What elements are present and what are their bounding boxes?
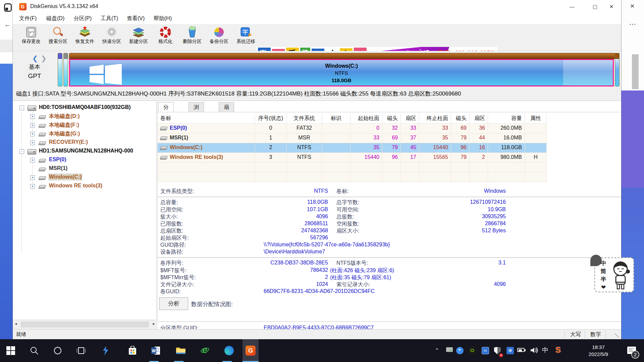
- col-header[interactable]: 扇区: [470, 114, 488, 124]
- ime-mode-chinese[interactable]: 中: [600, 259, 607, 267]
- col-header[interactable]: 起始柱面: [351, 114, 382, 124]
- col-header[interactable]: 文件系统: [287, 114, 322, 124]
- tray-ime-indicator[interactable]: 中: [542, 346, 548, 355]
- system-migrate-button[interactable]: 系统迁移: [231, 25, 260, 50]
- taskbar-app-edge[interactable]: [221, 339, 237, 362]
- background-scrollbar-thumb[interactable]: [632, 54, 639, 89]
- expand-icon[interactable]: +: [30, 132, 35, 136]
- col-header[interactable]: 标识: [322, 114, 351, 124]
- windows-c-partition-bar[interactable]: Windows(C:) NTFS 118.0GB: [69, 59, 614, 86]
- col-header[interactable]: 终止柱面: [419, 114, 451, 124]
- start-button[interactable]: [3, 339, 19, 362]
- tab-partition-params[interactable]: 分区参数: [158, 102, 174, 112]
- search-partition-button[interactable]: 搜索分区: [44, 25, 72, 50]
- tree-hscrollbar[interactable]: ◂ ▸: [13, 320, 157, 328]
- tray-power-icon[interactable]: [517, 348, 525, 352]
- prev-disk-arrow[interactable]: ❮: [32, 54, 38, 62]
- collapse-icon[interactable]: -: [19, 106, 24, 110]
- tray-volume-icon[interactable]: [530, 347, 538, 355]
- hscroll-thumb[interactable]: [21, 321, 149, 327]
- new-partition-button[interactable]: 新建分区: [124, 25, 153, 50]
- tree-item-recovery-e[interactable]: + RECOVERY(E:): [13, 138, 157, 147]
- tree-item-winre[interactable]: + Windows RE tools(3): [13, 182, 157, 191]
- table-row-winre[interactable]: Windows RE tools(3) 3 NTFS 15440 96 17 1…: [158, 153, 547, 163]
- menu-view[interactable]: 查看(V): [127, 15, 145, 22]
- esp-partition-bar[interactable]: [58, 53, 62, 86]
- pinned-app-flash[interactable]: [98, 339, 114, 362]
- taskbar-clock[interactable]: 18:37 2022/5/9: [582, 344, 615, 358]
- tray-chevron-icon[interactable]: ⌃: [435, 347, 439, 354]
- ime-mode-halfwidth[interactable]: 半: [600, 276, 607, 284]
- col-header[interactable]: 磁头: [451, 114, 470, 124]
- tree-item-local-f[interactable]: + 本地磁盘(F:): [13, 121, 157, 130]
- col-header[interactable]: 扇区: [401, 114, 419, 124]
- cell: FAT32: [287, 124, 322, 133]
- format-button[interactable]: 格式化: [151, 25, 180, 50]
- menu-file[interactable]: 文件(F): [19, 15, 37, 22]
- tray-defender-icon[interactable]: ✕: [491, 339, 504, 362]
- col-header[interactable]: 磁头: [382, 114, 401, 124]
- save-changes-button[interactable]: 保存更改: [17, 25, 46, 50]
- tab-sector-edit[interactable]: 扇区编辑: [219, 102, 234, 112]
- table-row-esp[interactable]: ESP(0) 0 FAT32 0 32 33 33 69 36 260.0MB: [158, 124, 547, 133]
- expand-icon[interactable]: +: [30, 140, 35, 145]
- hscroll-right-icon[interactable]: ▸: [153, 321, 155, 326]
- collapse-icon[interactable]: -: [19, 149, 24, 154]
- background-close-icon[interactable]: ✕: [630, 3, 635, 10]
- back-arrow-icon[interactable]: ←: [4, 20, 11, 29]
- col-header[interactable]: 卷标: [158, 114, 255, 124]
- quick-partition-button[interactable]: 快速分区: [97, 25, 126, 50]
- tray-nvidia-icon[interactable]: [466, 339, 479, 362]
- tree-item-local-g[interactable]: + 本地磁盘(G:): [13, 130, 157, 138]
- tree-item-esp[interactable]: + ESP(0): [13, 156, 157, 165]
- expand-icon[interactable]: +: [30, 184, 35, 189]
- background-more-icon[interactable]: ⋯: [629, 20, 636, 28]
- tree-item-hd1[interactable]: - HD1:SAMSUNGMZNLN128HAHQ-000: [13, 147, 157, 156]
- minimize-button[interactable]: —: [562, 0, 582, 13]
- backup-partition-button[interactable]: 备份分区: [205, 25, 233, 50]
- col-header[interactable]: 容量: [488, 114, 525, 124]
- menu-partition[interactable]: 分区(P): [74, 15, 92, 22]
- tray-snowflake-icon[interactable]: ❄: [504, 339, 517, 362]
- tree-item-local-d[interactable]: + 本地磁盘(D:): [13, 112, 157, 121]
- pinned-app-store[interactable]: [124, 339, 141, 362]
- table-row-msr[interactable]: MSR(1) 1 MSR 33 69 37 35 79 44 16.0MB: [158, 133, 547, 143]
- tray-printer-icon[interactable]: ✓: [446, 347, 453, 352]
- tree-item-hd0[interactable]: - HD0:TOSHIBAMQ04ABF100(932GB): [13, 104, 157, 112]
- taskbar-app-explorer[interactable]: [173, 339, 189, 362]
- expand-icon[interactable]: +: [30, 158, 35, 163]
- menu-help[interactable]: 帮助(H): [154, 15, 172, 22]
- task-view-button[interactable]: [73, 339, 89, 362]
- cortana-button[interactable]: [50, 339, 66, 362]
- pinned-app-ie-green[interactable]: e: [197, 339, 213, 362]
- hscroll-left-icon[interactable]: ◂: [15, 321, 17, 326]
- winre-partition-bar[interactable]: [615, 53, 620, 86]
- taskbar-app-diskgenius-active[interactable]: G: [243, 339, 259, 362]
- t​ray-intel-icon[interactable]: in: [479, 339, 492, 362]
- msr-partition-bar[interactable]: [63, 53, 68, 86]
- menu-tools[interactable]: 工具(T): [101, 15, 118, 22]
- close-button[interactable]: ✕: [602, 0, 621, 13]
- expand-icon[interactable]: +: [30, 123, 35, 128]
- col-header[interactable]: 属性: [525, 114, 547, 124]
- delete-partition-button[interactable]: 删除分区: [178, 25, 207, 50]
- tree-item-msr[interactable]: MSR(1): [13, 165, 157, 173]
- taskbar-search-button[interactable]: [26, 339, 42, 362]
- resize-grip[interactable]: [614, 334, 619, 338]
- tree-item-windows-c[interactable]: + Windows(C:): [13, 173, 157, 182]
- col-header[interactable]: 序号(状态): [255, 114, 287, 124]
- ime-mode-simplified[interactable]: 简: [600, 267, 607, 276]
- menu-disk[interactable]: 磁盘(D): [46, 15, 64, 22]
- next-disk-arrow[interactable]: ❯: [41, 54, 47, 62]
- expand-icon[interactable]: +: [30, 175, 35, 180]
- expand-icon[interactable]: +: [30, 114, 35, 119]
- tab-browse-files[interactable]: 浏览文件: [189, 102, 204, 112]
- recover-files-button[interactable]: 恢复文件: [70, 25, 99, 50]
- table-row-windows-c-selected[interactable]: Windows(C:) 2 NTFS 35 79 45 15440 96 16 …: [158, 143, 547, 153]
- ime-status-panel[interactable]: 中 简 半 ❤: [594, 257, 634, 292]
- analyze-button[interactable]: 分析: [159, 297, 188, 310]
- ime-mode-heart-icon[interactable]: ❤: [600, 284, 607, 292]
- tray-messenger-icon[interactable]: ✈: [453, 339, 466, 362]
- tray-sogou-icon[interactable]: S: [555, 345, 561, 355]
- taskbar-app-word[interactable]: W: [148, 339, 164, 362]
